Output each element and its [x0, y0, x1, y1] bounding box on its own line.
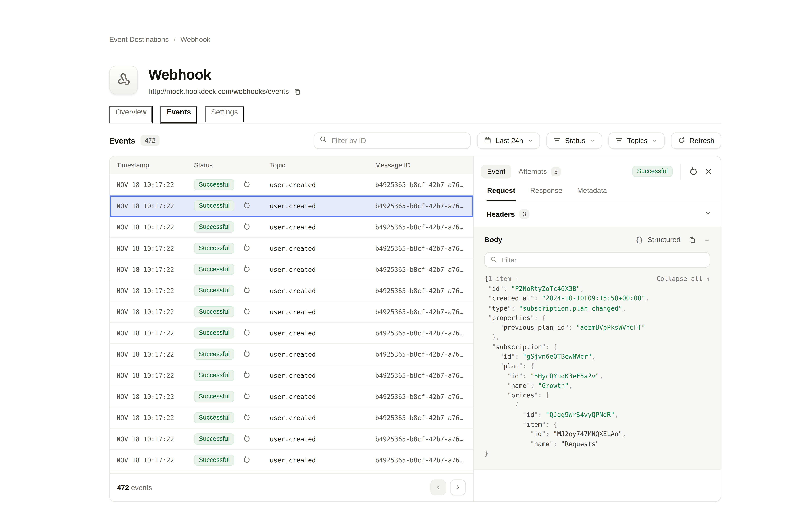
- table-row[interactable]: NOV 18 10:17:22Successfuluser.createdb49…: [110, 429, 473, 450]
- time-range-button[interactable]: Last 24h: [477, 132, 540, 149]
- topic-cell: user.created: [270, 266, 375, 273]
- table-body: NOV 18 10:17:22Successfuluser.createdb49…: [110, 174, 473, 473]
- status-badge: Successful: [194, 327, 234, 339]
- table-row[interactable]: NOV 18 10:17:22Successfuluser.createdb49…: [110, 280, 473, 301]
- webhook-url: http://mock.hookdeck.com/webhooks/events: [148, 88, 289, 95]
- breadcrumb-event-destinations[interactable]: Event Destinations: [109, 36, 169, 43]
- json-line: }: [484, 449, 710, 458]
- topic-cell: user.created: [270, 308, 375, 316]
- status-filter-label: Status: [565, 136, 585, 144]
- table-row[interactable]: NOV 18 10:17:22Successfuluser.createdb49…: [110, 217, 473, 238]
- tab-events[interactable]: Events: [160, 106, 197, 124]
- table-row[interactable]: NOV 18 10:17:22Successfuluser.createdb49…: [110, 195, 473, 216]
- retry-icon[interactable]: [242, 435, 251, 443]
- topics-filter-button[interactable]: Topics: [609, 132, 664, 149]
- table-row[interactable]: NOV 18 10:17:22Successfuluser.createdb49…: [110, 386, 473, 407]
- timestamp-cell: NOV 18 10:17:22: [117, 223, 194, 231]
- tab-request[interactable]: Request: [487, 187, 516, 201]
- table-row[interactable]: NOV 18 10:17:22Successfuluser.createdb49…: [110, 323, 473, 344]
- copy-url-icon[interactable]: [294, 88, 301, 95]
- retry-icon[interactable]: [242, 307, 251, 317]
- message-id-cell: b4925365-b8cf-42b7-a76…: [375, 414, 473, 421]
- table-footer: 472 events: [110, 473, 473, 501]
- table-row[interactable]: NOV 18 10:17:22Successfuluser.createdb49…: [110, 471, 473, 473]
- table-row[interactable]: NOV 18 10:17:22Successfuluser.createdb49…: [110, 407, 473, 429]
- events-toolbar: Last 24h Status: [314, 132, 721, 149]
- tab-settings[interactable]: Settings: [205, 106, 244, 124]
- retry-icon[interactable]: [242, 371, 251, 380]
- status-filter-button[interactable]: Status: [546, 132, 602, 149]
- table-row[interactable]: NOV 18 10:17:22Successfuluser.createdb49…: [110, 344, 473, 365]
- events-heading: Events: [109, 136, 135, 145]
- tab-overview[interactable]: Overview: [109, 106, 153, 124]
- body-section: Body {} Structured: [474, 227, 721, 470]
- retry-icon[interactable]: [242, 201, 251, 210]
- table-row[interactable]: NOV 18 10:17:22Successfuluser.createdb49…: [110, 259, 473, 280]
- time-range-label: Last 24h: [496, 136, 523, 144]
- tab-attempts[interactable]: Attempts 3: [518, 167, 561, 176]
- table-row[interactable]: NOV 18 10:17:22Successfuluser.createdb49…: [110, 365, 473, 386]
- status-badge: Successful: [194, 454, 234, 466]
- tab-event[interactable]: Event: [481, 165, 511, 178]
- timestamp-cell: NOV 18 10:17:22: [117, 329, 194, 337]
- retry-icon[interactable]: [242, 392, 251, 401]
- breadcrumb-webhook[interactable]: Webhook: [181, 36, 211, 43]
- collapse-all-button[interactable]: Collapse all ↑: [657, 275, 710, 282]
- table-row[interactable]: NOV 18 10:17:22Successfuluser.createdb49…: [110, 302, 473, 323]
- headers-section[interactable]: Headers 3: [474, 201, 721, 227]
- page-header: Webhook http://mock.hookdeck.com/webhook…: [109, 66, 301, 95]
- close-icon[interactable]: [705, 168, 712, 175]
- breadcrumb-separator: /: [174, 36, 176, 43]
- retry-icon[interactable]: [242, 265, 251, 274]
- topic-cell: user.created: [270, 287, 375, 294]
- retry-icon[interactable]: [242, 244, 251, 253]
- message-id-cell: b4925365-b8cf-42b7-a76…: [375, 435, 473, 443]
- status-cell: Successful: [194, 221, 270, 233]
- retry-event-icon[interactable]: [689, 167, 698, 176]
- timestamp-cell: NOV 18 10:17:22: [117, 372, 194, 379]
- retry-icon[interactable]: [242, 180, 251, 189]
- message-id-cell: b4925365-b8cf-42b7-a76…: [375, 372, 473, 379]
- json-line: "id": "QJgg9WrS4vyQPNdR",: [484, 410, 710, 420]
- body-filter-input[interactable]: [501, 256, 704, 264]
- body-label: Body: [484, 236, 502, 244]
- json-line: "id": "MJ2oy747MNQXELAo",: [484, 430, 710, 439]
- refresh-button[interactable]: Refresh: [671, 132, 721, 149]
- retry-icon[interactable]: [242, 286, 251, 295]
- table-row[interactable]: NOV 18 10:17:22Successfuluser.createdb49…: [110, 450, 473, 471]
- events-count-label: events: [131, 483, 152, 491]
- next-page-button[interactable]: [450, 479, 466, 495]
- table-row[interactable]: NOV 18 10:17:22Successfuluser.createdb49…: [110, 174, 473, 195]
- json-line: {: [484, 400, 710, 410]
- table-row[interactable]: NOV 18 10:17:22Successfuluser.createdb49…: [110, 238, 473, 259]
- retry-icon[interactable]: [242, 350, 251, 359]
- prev-page-button[interactable]: [430, 479, 446, 495]
- retry-icon[interactable]: [242, 456, 251, 465]
- structured-mode-toggle[interactable]: {} Structured: [635, 236, 680, 244]
- filter-by-id-input[interactable]: [332, 136, 465, 144]
- tab-response[interactable]: Response: [530, 187, 563, 201]
- status-cell: Successful: [194, 306, 270, 318]
- collapse-body-icon[interactable]: [704, 236, 710, 243]
- filter-by-id-search[interactable]: [314, 132, 471, 149]
- item-count-label: 1 item ↑: [488, 275, 519, 282]
- message-id-cell: b4925365-b8cf-42b7-a76…: [375, 308, 473, 316]
- retry-icon[interactable]: [242, 328, 251, 338]
- chevron-down-icon[interactable]: [704, 209, 711, 219]
- events-count-value: 472: [117, 483, 129, 491]
- timestamp-cell: NOV 18 10:17:22: [117, 308, 194, 316]
- chevron-down-icon: [652, 137, 658, 144]
- json-body: "id": "P2NoRtyZoTc46X3B", "created_at": …: [484, 284, 710, 458]
- json-line: "item": {: [484, 420, 710, 430]
- topic-cell: user.created: [270, 329, 375, 337]
- breadcrumb: Event Destinations / Webhook: [109, 36, 210, 43]
- headers-label: Headers: [487, 210, 515, 218]
- col-topic: Topic: [270, 161, 375, 169]
- retry-icon[interactable]: [242, 413, 251, 422]
- message-id-cell: b4925365-b8cf-42b7-a76…: [375, 456, 473, 464]
- body-filter[interactable]: [484, 252, 710, 268]
- event-detail-panel: Event Attempts 3 Successful: [474, 156, 721, 501]
- copy-body-icon[interactable]: [688, 236, 696, 244]
- tab-metadata[interactable]: Metadata: [576, 187, 608, 201]
- retry-icon[interactable]: [242, 223, 251, 232]
